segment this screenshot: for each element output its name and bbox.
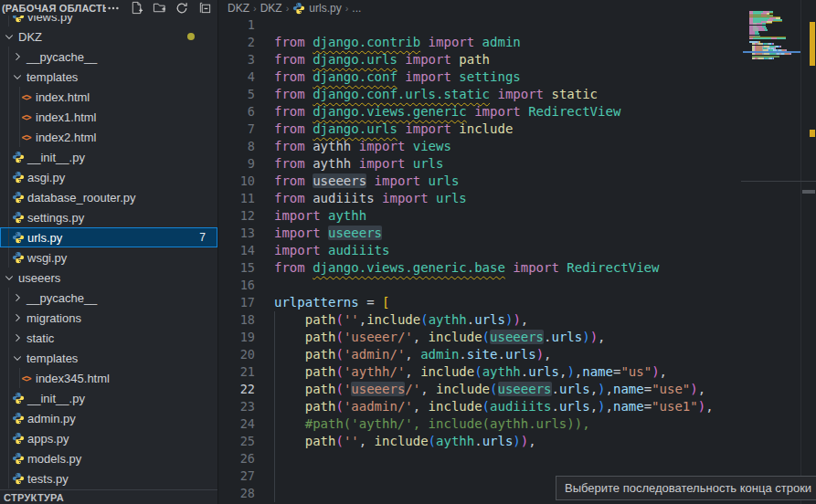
tree-item-wsgi-py[interactable]: wsgi.py [0,247,217,268]
tree-item-tests-py[interactable]: tests.py [0,468,217,488]
code-line-18[interactable]: 18 path('',include(aythh.urls)), [218,311,747,329]
code-line-20[interactable]: 20 path('admin/', admin.site.urls), [218,346,747,363]
line-number[interactable]: 20 [218,346,255,363]
tree-item-admin-py[interactable]: admin.py [0,408,217,428]
code-line-9[interactable]: 9from aythh import urls [218,155,747,173]
line-number[interactable]: 22 [218,381,255,398]
code-line-17[interactable]: 17urlpatterns = [ [218,294,747,311]
line-number[interactable]: 17 [218,294,255,311]
line-number[interactable]: 12 [218,207,255,225]
minimap-current-line [743,51,801,53]
code-line-13[interactable]: 13import useeers [218,225,747,242]
new-folder-icon[interactable] [152,1,166,16]
breadcrumb-item[interactable]: ... [352,2,361,15]
line-number[interactable]: 13 [218,225,255,242]
minimap[interactable] [747,9,800,504]
line-number[interactable]: 25 [218,433,255,450]
tree-item-label: index1.html [36,110,96,124]
line-number[interactable]: 28 [218,485,255,502]
code-line-14[interactable]: 14import audiiits [218,242,747,259]
line-number[interactable]: 23 [218,398,255,415]
tree-item-migrations[interactable]: migrations [0,308,217,328]
tree-item-index2-html[interactable]: <>index2.html [0,127,217,147]
line-number[interactable]: 15 [218,259,255,277]
tree-item--init-py[interactable]: __init__.py [0,388,217,408]
line-number[interactable]: 8 [218,138,255,155]
code-line-19[interactable]: 19 path('useeer/', include(useeers.urls)… [218,329,747,346]
outline-section-header[interactable]: СТРУКТУРА [0,489,217,504]
tree-item-database-roouter-py[interactable]: database_roouter.py [0,187,217,207]
code-area[interactable]: 12from django.contrib import admin3from … [218,16,747,504]
code-line-11[interactable]: 11from audiiits import urls [218,190,747,207]
code-line-22[interactable]: 22 path('useeers/', include(useeers.urls… [218,381,747,398]
code-line-25[interactable]: 25 path('', include(aythh.urls)), [218,433,747,450]
minimap-line [747,63,800,65]
tree-item-templates[interactable]: templates [0,67,217,87]
tree-item-static[interactable]: static [0,328,217,348]
tree-item-templates[interactable]: templates [0,348,217,368]
line-number[interactable]: 14 [218,242,255,259]
tree-item-label: __init__.py [27,392,85,405]
tree-item-dkz[interactable]: DKZ [0,26,217,47]
tree-item--pycache-[interactable]: __pycache__ [0,47,217,67]
modified-dot [187,33,195,40]
code-line-2[interactable]: 2from django.contrib import admin [218,34,747,51]
line-number[interactable]: 16 [218,277,255,294]
code-line-8[interactable]: 8from aythh import views [218,138,747,155]
code-line-23[interactable]: 23 path('aadmin/', include(audiiits.urls… [218,398,747,415]
tree-item-settings-py[interactable]: settings.py [0,207,217,227]
code-line-16[interactable]: 16 [218,277,747,294]
line-number[interactable]: 1 [218,16,255,34]
line-number[interactable]: 11 [218,190,255,207]
line-number[interactable]: 19 [218,329,255,346]
breadcrumb-item[interactable]: DKZ [260,2,282,15]
code-line-6[interactable]: 6from django.views.generic import Redire… [218,103,747,121]
chevron-right-icon [12,332,23,343]
tree-item-apps-py[interactable]: apps.py [0,428,217,448]
refresh-icon[interactable] [175,1,189,16]
line-number[interactable]: 2 [218,34,255,51]
tree-item-models-py[interactable]: models.py [0,448,217,468]
tree-item-label: static [26,331,54,345]
tree-indent-guide [8,428,9,448]
code-line-5[interactable]: 5from django.conf.urls.static import sta… [218,86,747,103]
line-number[interactable]: 18 [218,311,255,329]
tree-item-index-html[interactable]: <>index.html [0,87,217,107]
breadcrumb-item[interactable]: DKZ [228,2,249,15]
line-number[interactable]: 4 [218,68,255,86]
line-number[interactable]: 9 [218,155,255,173]
line-number[interactable]: 5 [218,86,255,103]
code-line-21[interactable]: 21 path('aythh/', include(aythh.urls,),n… [218,363,747,381]
collapse-folders-icon[interactable] [197,1,212,16]
code-line-10[interactable]: 10from useeers import urls [218,173,747,190]
breadcrumb-item[interactable]: urls.py [292,2,341,15]
code-line-24[interactable]: 24 #path('aythh/', include(aythh.urls)), [218,415,747,433]
line-number[interactable]: 7 [218,121,255,138]
line-number[interactable]: 10 [218,173,255,190]
line-number[interactable]: 21 [218,363,255,381]
tree-item-index345-html[interactable]: <>index345.html [0,368,217,388]
tree-item--init-py[interactable]: __init__.py [0,147,217,167]
tree-indent-guide [8,468,9,488]
tree-item-urls-py[interactable]: urls.py7 [0,227,217,247]
line-number[interactable]: 24 [218,415,255,433]
overview-ruler[interactable] [800,0,816,504]
new-file-icon[interactable] [129,1,143,16]
code-line-26[interactable]: 26 [218,450,747,467]
code-line-1[interactable]: 1 [218,16,747,34]
chevron-right-icon [12,51,23,62]
more-actions-icon[interactable] [106,1,121,16]
tree-item-asgi-py[interactable]: asgi.py [0,167,217,187]
tree-item--pycache-[interactable]: __pycache__ [0,288,217,308]
tree-item-useeers[interactable]: useeers [0,268,217,288]
line-number[interactable]: 27 [218,467,255,485]
code-line-15[interactable]: 15from django.views.generic.base import … [218,259,747,277]
tree-item-index1-html[interactable]: <>index1.html [0,107,217,127]
line-number[interactable]: 26 [218,450,255,467]
code-line-12[interactable]: 12import aythh [218,207,747,225]
code-line-4[interactable]: 4from django.conf import settings [218,68,747,86]
code-line-7[interactable]: 7from django.urls import include [218,121,747,138]
line-number[interactable]: 3 [218,51,255,68]
code-line-3[interactable]: 3from django.urls import path [218,51,747,68]
line-number[interactable]: 6 [218,103,255,121]
